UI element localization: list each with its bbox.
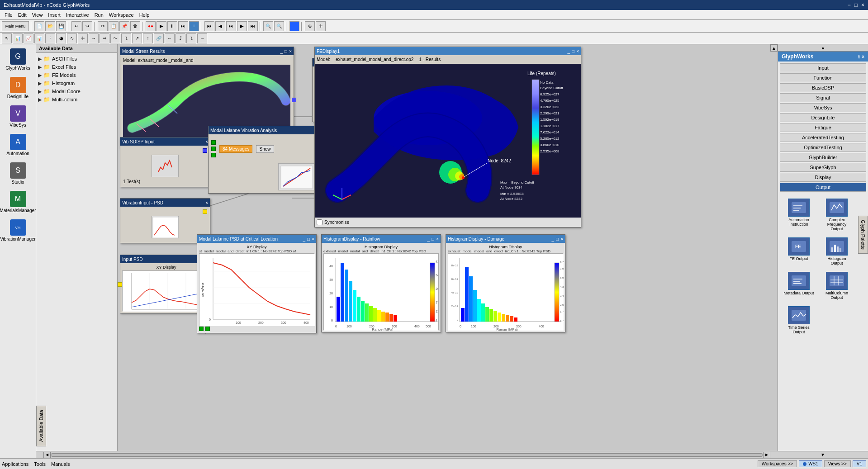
menu-edit[interactable]: Edit [15,11,29,19]
toolbar2-nav[interactable]: ⤴ [175,33,185,43]
workspaces-btn[interactable]: Workspaces >> [758,460,797,467]
output-item-multicolumn[interactable]: MultiColumn Output [819,270,855,302]
tab-input[interactable]: Input [780,63,866,72]
toolbar2-freq[interactable]: ∿ [67,33,77,43]
sidebar-item-glyphworks[interactable]: G GlyphWorks [2,46,34,73]
scroll-right-btn[interactable]: ▶ [763,452,770,458]
tab-fatigue[interactable]: Fatigue [780,123,866,132]
toolbar-playback[interactable]: ▶ [237,21,247,31]
toolbar-fast-fwd[interactable]: ⏭ [178,21,188,31]
toolbar-add-node[interactable]: ⊕ [305,21,315,31]
modal-stress-min[interactable]: _ [280,49,283,54]
histogram-damage-title[interactable]: HistogramDisplay - Damage _ □ × [446,235,565,243]
toolbar2-arrow-up[interactable]: ↑ [143,33,153,43]
histogram-rainflow-title[interactable]: HistogramDisplay - Rainflow _ □ × [322,235,441,243]
sidebar-item-studio[interactable]: S Studio [2,160,34,187]
histogram-rainflow-close[interactable]: × [436,237,439,242]
tree-item-fe[interactable]: ▶ 📁 FE Models [38,71,115,79]
minimize-button[interactable]: − [848,2,851,8]
toolbar-new[interactable]: 📄 [34,21,44,31]
scroll-left-btn[interactable]: ◀ [43,452,51,458]
right-scroll-down[interactable]: ▼ [778,451,868,458]
histogram-damage-max[interactable]: □ [556,237,559,242]
menu-help[interactable]: Help [137,11,152,19]
modal-lalanne-psd-close[interactable]: × [312,237,314,242]
output-item-automation[interactable]: AutomationInstruction [781,196,817,233]
sidebar-item-automation[interactable]: A Automation [2,132,34,158]
maximize-button[interactable]: □ [854,2,858,8]
toolbar2-line[interactable]: 📈 [24,33,33,43]
toolbar2-input[interactable]: ⤵ [121,33,131,43]
toolbar-undo[interactable]: ↩ [71,21,81,31]
tab-vibesys[interactable]: VibeSys [780,103,866,112]
modal-stress-close[interactable]: × [289,49,292,54]
sidebar-item-vibesys[interactable]: V VibeSys [2,103,34,130]
toolbar2-chart[interactable]: 📊 [13,33,23,43]
menu-run[interactable]: Run [92,11,106,19]
tab-function[interactable]: Function [780,73,866,82]
toolbar-zoom-in[interactable]: 🔍 [263,21,273,31]
output-item-timeseries[interactable]: Time Series Output [781,304,817,336]
toolbar2-arrow-left2[interactable]: ← [165,33,175,43]
toolbar-end[interactable]: ⏭ [248,21,258,31]
toolbar-copy[interactable]: 📋 [109,21,119,31]
sidebar-item-designlife[interactable]: D DesignLife [2,75,34,101]
glyph-palette-tab[interactable]: Glyph Palette [858,215,868,253]
fe-sync-checkbox[interactable] [317,219,323,225]
toolbar2-scatter[interactable]: ⋮ [45,33,55,43]
right-panel-info[interactable]: ℹ [858,54,860,59]
tab-signal[interactable]: Signal [780,93,866,102]
manuals-tab[interactable]: Manuals [51,461,70,467]
tree-item-multi[interactable]: ▶ 📁 Multi-colum [38,95,115,104]
toolbar-main-menu[interactable]: Main Menu [2,21,29,31]
tab-accelerated[interactable]: AcceleratedTesting [780,133,866,142]
scrollbar-track[interactable] [51,453,763,457]
menu-workspace[interactable]: Workspace [106,11,137,19]
vib-sdisp-title[interactable]: Vib SDISP Input × [120,137,210,146]
available-data-tab[interactable]: Available Data [36,406,46,446]
fe-display-close[interactable]: × [576,49,579,54]
toolbar-color[interactable] [289,21,299,31]
views-btn[interactable]: Views >> [824,460,851,467]
tab-designlife[interactable]: DesignLife [780,113,866,122]
vibration-psd-title[interactable]: VibrationInput - PSD × [120,199,210,207]
toolbar-stop[interactable]: + [189,21,199,31]
toolbar2-bar[interactable]: 📊 [34,33,44,43]
modal-stress-title[interactable]: Modal Stress Results _ □ × [120,47,294,55]
fe-display-min[interactable]: _ [568,49,570,54]
toolbar2-arrow-right2[interactable]: ⇒ [100,33,109,43]
right-panel-close[interactable]: × [862,54,864,59]
histogram-rainflow-max[interactable]: □ [432,237,434,242]
toolbar-play[interactable]: ▶ [157,21,166,31]
menu-insert[interactable]: Insert [45,11,63,19]
tab-display[interactable]: Display [780,173,866,182]
toolbar2-arrow-right[interactable]: → [89,33,99,43]
toolbar-open[interactable]: 📂 [45,21,55,31]
toolbar2-select[interactable]: ↖ [2,33,12,43]
toolbar2-cursor[interactable]: ✛ [78,33,88,43]
tab-basicdsp[interactable]: BasicDSP [780,83,866,92]
toolbar2-signal[interactable]: 〜 [110,33,120,43]
toolbar-run-all[interactable]: ●● [146,21,156,31]
menu-file[interactable]: File [2,11,15,19]
tree-item-modal[interactable]: ▶ 📁 Modal Coore [38,87,115,95]
modal-lalanne-psd-max[interactable]: □ [307,237,310,242]
toolbar-delete[interactable]: 🗑 [130,21,140,31]
toolbar2-nav2[interactable]: ⤵ [186,33,196,43]
tree-item-excel[interactable]: ▶ 📁 Excel Files [38,63,115,71]
toolbar-prev[interactable]: ◀ [215,21,225,31]
modal-lalanne-show-btn[interactable]: Show [256,145,274,153]
tab-superglyph[interactable]: SuperGlyph [780,163,866,172]
tools-tab[interactable]: Tools [34,461,46,467]
sidebar-item-materials[interactable]: M MaterialsManager [2,189,34,215]
toolbar2-link[interactable]: 🔗 [154,33,164,43]
fe-display-max[interactable]: □ [572,49,574,54]
histogram-damage-close[interactable]: × [560,237,563,242]
toolbar2-output[interactable]: ↗ [132,33,142,43]
toolbar-redo[interactable]: ↪ [82,21,92,31]
modal-stress-max[interactable]: □ [285,49,287,54]
menu-interactive[interactable]: Interactive [63,11,92,19]
close-button[interactable]: × [861,2,864,8]
toolbar-crosshair[interactable]: ✛ [316,21,326,31]
ws1-tab[interactable]: WS1 [799,460,822,467]
